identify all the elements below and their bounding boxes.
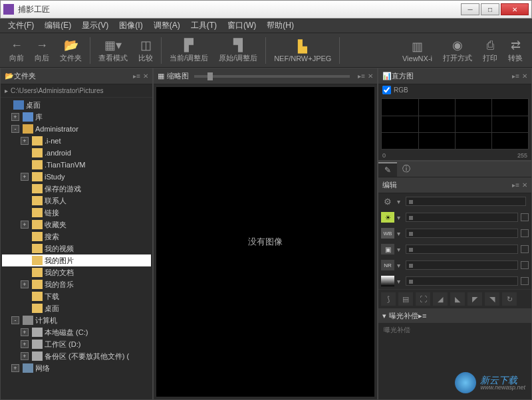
tab-edit[interactable]: ✎ <box>378 162 397 177</box>
expand-icon[interactable]: ▾ <box>397 214 400 221</box>
tree-item[interactable]: 链接 <box>2 207 151 219</box>
panel-close-icon[interactable]: ✕ <box>368 72 373 80</box>
expander-icon[interactable]: + <box>21 173 29 181</box>
menu-help[interactable]: 帮助(H) <box>261 19 299 33</box>
expander-icon[interactable]: - <box>11 316 19 324</box>
tree-item[interactable]: 我的视频 <box>2 243 151 254</box>
expander-icon[interactable]: + <box>21 137 29 145</box>
expander-icon[interactable]: - <box>11 125 19 133</box>
tree-item[interactable]: +iStudy <box>2 171 151 183</box>
close-button[interactable]: ✕ <box>501 3 529 15</box>
nr-slider[interactable] <box>406 260 518 270</box>
panel-menu-icon[interactable]: ▸≡ <box>418 312 426 320</box>
panel-menu-icon[interactable]: ▸≡ <box>512 181 519 189</box>
tone-checkbox[interactable] <box>521 277 529 285</box>
picture-checkbox[interactable] <box>521 245 529 253</box>
tree-item[interactable]: .android <box>2 147 151 159</box>
nav-forward-button[interactable]: →向后 <box>29 35 55 66</box>
expander-icon[interactable]: + <box>21 328 29 336</box>
nav-back-button[interactable]: ←向前 <box>4 35 29 66</box>
nr-icon[interactable]: NR <box>381 260 394 270</box>
exposure-checkbox[interactable] <box>521 213 529 221</box>
tool-redo-icon[interactable]: ↻ <box>502 292 517 306</box>
compare-button[interactable]: ◫比较 <box>133 35 158 66</box>
folder-button[interactable]: 📂文件夹 <box>55 35 87 66</box>
expand-icon[interactable]: ▾ <box>397 230 400 237</box>
expander-icon[interactable]: + <box>21 340 29 348</box>
settings-slider[interactable] <box>406 197 526 206</box>
expand-icon[interactable]: ▾ <box>397 246 400 253</box>
tree-item[interactable]: 搜索 <box>2 231 151 243</box>
tone-icon[interactable] <box>381 276 394 286</box>
maximize-button[interactable]: □ <box>481 3 499 15</box>
expander-icon[interactable]: + <box>21 352 29 360</box>
wb-icon[interactable]: WB <box>381 228 394 239</box>
tree-item[interactable]: +我的音乐 <box>2 278 151 290</box>
tree-item[interactable]: .TianTianVM <box>2 159 151 171</box>
expander-icon[interactable]: + <box>11 113 19 121</box>
rgb-checkbox[interactable] <box>382 86 391 94</box>
tree-item[interactable]: 我的文档 <box>2 266 151 278</box>
tree-item[interactable]: 联系人 <box>2 195 151 207</box>
tool-sharpen-icon[interactable]: ◣ <box>450 292 465 306</box>
exposure-slider[interactable] <box>406 213 518 222</box>
menu-window[interactable]: 窗口(W) <box>222 19 261 33</box>
panel-menu-icon[interactable]: ▸≡ <box>133 72 140 80</box>
tool-dust-icon[interactable]: ◥ <box>485 292 499 306</box>
thumbnail-size-slider[interactable] <box>194 75 350 78</box>
menu-image[interactable]: 图像(I) <box>114 19 148 33</box>
exposure-icon[interactable]: ☀ <box>381 212 394 223</box>
tool-straighten-icon[interactable]: ◢ <box>433 292 448 306</box>
nr-checkbox[interactable] <box>521 261 529 269</box>
expander-icon[interactable]: + <box>11 364 19 372</box>
panel-menu-icon[interactable]: ▸≡ <box>358 72 365 80</box>
menu-view[interactable]: 显示(V) <box>76 19 114 33</box>
expand-icon[interactable]: ▾ <box>397 262 400 269</box>
tool-curves-icon[interactable]: ⟆ <box>381 292 396 306</box>
print-button[interactable]: ⎙打印 <box>477 35 503 66</box>
menu-adjust[interactable]: 调整(A) <box>148 19 186 33</box>
panel-close-icon[interactable]: ✕ <box>522 181 527 189</box>
expander-icon[interactable]: + <box>21 221 29 229</box>
wb-slider[interactable] <box>406 229 518 238</box>
tree-computer[interactable]: -计算机 <box>2 314 151 326</box>
menu-edit[interactable]: 编辑(E) <box>39 19 76 33</box>
tool-clone-icon[interactable]: ◤ <box>467 292 482 306</box>
current-adjusted-button[interactable]: ▛当前/调整后 <box>164 35 213 66</box>
tree-item[interactable]: +收藏夹 <box>2 219 151 231</box>
exposure-comp-header[interactable]: ▾ 曝光补偿 ▸≡ <box>378 308 531 323</box>
convert-button[interactable]: ⇄转换 <box>503 35 528 66</box>
tool-crop-icon[interactable]: ⛶ <box>416 292 430 306</box>
tree-library[interactable]: +库 <box>2 111 151 123</box>
wb-checkbox[interactable] <box>521 229 529 237</box>
tree-pictures-selected[interactable]: 我的图片 <box>2 254 151 266</box>
viewnx-button[interactable]: ▥ViewNX-i <box>397 35 438 66</box>
tree-network[interactable]: +网络 <box>2 362 151 374</box>
nef-nrw-jpeg-button[interactable]: ▙NEF/NRW+JPEG <box>269 35 336 66</box>
tree-drive-backup[interactable]: +备份区 (不要放其他文件) ( <box>2 350 151 362</box>
tool-levels-icon[interactable]: ▤ <box>398 292 413 306</box>
picture-control-icon[interactable]: ▣ <box>381 244 394 254</box>
picture-slider[interactable] <box>406 245 518 254</box>
panel-menu-icon[interactable]: ▸≡ <box>512 72 519 80</box>
panel-close-icon[interactable]: ✕ <box>143 72 148 80</box>
tree-desktop[interactable]: 桌面 <box>2 99 151 111</box>
tab-info[interactable]: ⓘ <box>397 162 416 177</box>
open-with-button[interactable]: ◉打开方式 <box>438 35 477 66</box>
menu-file[interactable]: 文件(F) <box>3 19 39 33</box>
minimize-button[interactable]: ─ <box>461 3 479 15</box>
panel-close-icon[interactable]: ✕ <box>522 72 527 80</box>
expander-icon[interactable]: + <box>21 280 29 288</box>
menu-tools[interactable]: 工具(T) <box>186 19 222 33</box>
tree-drive-d[interactable]: +工作区 (D:) <box>2 338 151 350</box>
expand-icon[interactable]: ▾ <box>397 278 400 285</box>
tree-item[interactable]: +.i-net <box>2 135 151 147</box>
original-adjusted-button[interactable]: ▜原始/调整后 <box>213 35 263 66</box>
gear-icon[interactable]: ⚙ <box>381 196 394 207</box>
tree-drive-c[interactable]: +本地磁盘 (C:) <box>2 326 151 338</box>
expand-icon[interactable]: ▾ <box>397 198 400 205</box>
tree-item[interactable]: 保存的游戏 <box>2 183 151 195</box>
tone-slider[interactable] <box>406 276 518 286</box>
tree-admin[interactable]: -Administrator <box>2 123 151 135</box>
current-path[interactable]: C:\Users\Administrator\Pictures <box>11 87 103 94</box>
